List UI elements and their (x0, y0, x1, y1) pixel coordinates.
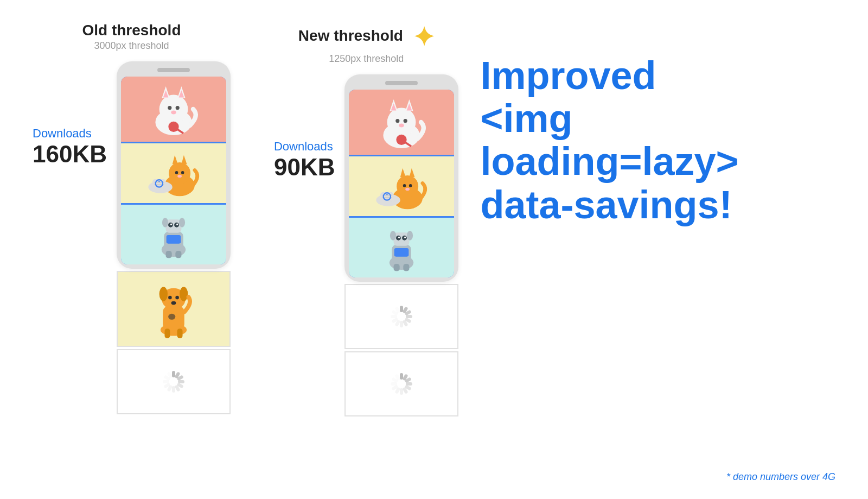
svg-point-17 (177, 175, 182, 178)
demo-note: * demo numbers over 4G (726, 471, 835, 483)
svg-point-45 (168, 314, 175, 320)
old-below-phone (117, 271, 231, 414)
svg-point-15 (175, 171, 178, 174)
old-phone-column (117, 61, 231, 414)
old-cat2-image (121, 143, 226, 203)
svg-point-89 (404, 236, 406, 238)
new-threshold-subtitle: 1250px threshold (298, 53, 435, 65)
svg-point-8 (171, 110, 176, 114)
svg-rect-111 (400, 388, 403, 395)
svg-point-26 (162, 218, 168, 228)
svg-rect-43 (164, 329, 170, 338)
svg-marker-71 (400, 168, 406, 178)
svg-point-30 (170, 223, 172, 225)
old-loading-image (117, 349, 231, 414)
svg-point-7 (176, 106, 180, 110)
svg-point-66 (399, 123, 405, 127)
svg-point-84 (390, 231, 396, 241)
svg-point-40 (168, 296, 172, 300)
svg-point-59 (387, 108, 416, 137)
headline-line2: <img loading=lazy> (480, 97, 835, 183)
headline-line1: Improved (480, 54, 835, 97)
old-phone-notch (157, 68, 190, 72)
svg-point-39 (180, 287, 188, 301)
new-phone-with-label: Downloads 90KB (274, 74, 459, 416)
new-loading-spinner-icon-1 (388, 304, 414, 330)
old-threshold-header: Old threshold 3000px threshold (82, 22, 181, 52)
svg-rect-32 (167, 235, 181, 244)
cat-illustration (141, 79, 206, 139)
svg-rect-34 (175, 251, 181, 258)
old-threshold-title: Old threshold (82, 22, 181, 39)
svg-point-64 (396, 119, 400, 123)
sparkle-icon: ✦ (413, 22, 435, 52)
svg-point-41 (175, 296, 179, 300)
new-loading-image-2 (344, 351, 458, 416)
svg-rect-90 (394, 248, 409, 257)
svg-marker-13 (173, 155, 178, 165)
svg-rect-49 (178, 380, 184, 383)
svg-point-1 (159, 95, 188, 124)
dog-blue-illustration (141, 207, 206, 262)
svg-rect-105 (400, 373, 403, 380)
new-below-phone (344, 284, 458, 416)
svg-point-6 (168, 106, 171, 110)
svg-rect-83 (394, 232, 410, 245)
svg-rect-52 (172, 386, 175, 393)
svg-point-31 (176, 223, 178, 225)
svg-rect-25 (166, 219, 182, 232)
svg-point-16 (181, 171, 184, 174)
old-phone-screen (121, 77, 226, 264)
headline-text: Improved <img loading=lazy> data-savings… (480, 54, 835, 226)
old-threshold-column: Old threshold 3000px threshold Downloads… (33, 22, 231, 414)
svg-point-12 (169, 162, 190, 184)
svg-point-42 (171, 301, 176, 305)
svg-point-27 (179, 218, 185, 228)
new-threshold-header: New threshold ✦ 1250px threshold (298, 22, 435, 65)
svg-rect-93 (400, 306, 403, 312)
svg-point-75 (406, 188, 410, 191)
svg-rect-33 (166, 251, 172, 258)
svg-rect-102 (391, 315, 397, 318)
new-downloads-size: 90KB (274, 154, 335, 181)
svg-rect-99 (400, 321, 403, 327)
old-phone-frame (117, 61, 231, 269)
svg-rect-92 (404, 264, 410, 271)
svg-point-67 (397, 135, 407, 145)
svg-point-9 (168, 122, 178, 132)
dog-yellow-illustration (144, 274, 203, 344)
old-cat-image (121, 77, 226, 142)
old-dog-yellow-image (117, 271, 231, 347)
old-downloads-size: 160KB (33, 141, 107, 168)
new-threshold-title: New threshold ✦ (298, 22, 435, 52)
new-cat2-image (349, 156, 454, 216)
new-phone-frame (344, 74, 458, 282)
new-loading-image-1 (344, 284, 458, 349)
old-downloads-label: Downloads 160KB (33, 127, 107, 168)
svg-rect-114 (391, 382, 397, 386)
svg-point-74 (409, 184, 412, 187)
svg-point-65 (404, 119, 407, 123)
svg-rect-46 (172, 371, 175, 377)
svg-rect-108 (406, 382, 412, 386)
svg-point-73 (403, 184, 406, 187)
new-dog-blue-image (349, 218, 454, 277)
svg-rect-44 (177, 329, 183, 338)
new-loading-spinner-icon-2 (388, 371, 414, 397)
svg-point-70 (397, 175, 419, 197)
cat2-illustration (141, 146, 206, 200)
new-phone-column (344, 74, 458, 416)
old-downloads-text: Downloads (33, 127, 107, 141)
svg-rect-96 (406, 315, 412, 318)
new-cat-illustration (369, 92, 434, 152)
svg-marker-14 (181, 155, 187, 165)
svg-point-85 (407, 231, 413, 241)
page-wrapper: Old threshold 3000px threshold Downloads… (0, 0, 868, 499)
new-phone-notch (385, 81, 418, 85)
svg-point-38 (159, 287, 168, 301)
new-phone-screen (349, 90, 454, 277)
headline-line3: data-savings! (480, 184, 835, 226)
new-cat2-illustration (369, 159, 434, 213)
threshold-row: Old threshold 3000px threshold Downloads… (33, 22, 458, 416)
old-loading-spinner-icon (161, 369, 187, 395)
